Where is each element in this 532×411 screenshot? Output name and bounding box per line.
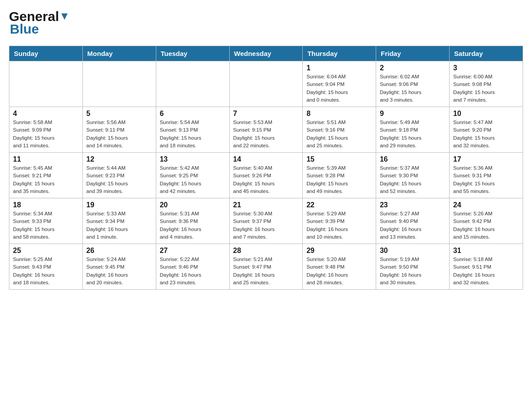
day-info: Sunrise: 5:21 AMSunset: 9:47 PMDaylight:…: [233, 256, 299, 287]
day-number: 18: [13, 201, 79, 209]
calendar-cell: 25Sunrise: 5:25 AMSunset: 9:43 PMDayligh…: [9, 244, 83, 290]
day-info: Sunrise: 5:18 AMSunset: 9:51 PMDaylight:…: [453, 256, 519, 287]
day-number: 8: [306, 110, 372, 118]
day-number: 4: [13, 110, 79, 118]
calendar-cell: 15Sunrise: 5:39 AMSunset: 9:28 PMDayligh…: [303, 153, 376, 198]
day-info: Sunrise: 5:45 AMSunset: 9:21 PMDaylight:…: [13, 164, 79, 195]
day-info: Sunrise: 5:39 AMSunset: 9:28 PMDaylight:…: [306, 164, 372, 195]
day-number: 23: [380, 201, 446, 209]
day-number: 26: [86, 247, 152, 255]
calendar-header-row: SundayMondayTuesdayWednesdayThursdayFrid…: [9, 46, 523, 61]
calendar-day-header-tuesday: Tuesday: [156, 46, 229, 61]
calendar-day-header-sunday: Sunday: [9, 46, 83, 61]
day-number: 30: [380, 247, 446, 255]
day-info: Sunrise: 6:02 AMSunset: 9:06 PMDaylight:…: [380, 73, 446, 104]
calendar-cell: 4Sunrise: 5:58 AMSunset: 9:09 PMDaylight…: [9, 107, 83, 153]
day-number: 12: [86, 155, 152, 163]
calendar-cell: 21Sunrise: 5:30 AMSunset: 9:37 PMDayligh…: [229, 198, 303, 244]
day-info: Sunrise: 5:47 AMSunset: 9:20 PMDaylight:…: [453, 119, 519, 150]
calendar-cell: 22Sunrise: 5:29 AMSunset: 9:39 PMDayligh…: [303, 198, 376, 244]
day-number: 1: [306, 64, 372, 72]
day-info: Sunrise: 5:20 AMSunset: 9:48 PMDaylight:…: [306, 256, 372, 287]
calendar-cell: 31Sunrise: 5:18 AMSunset: 9:51 PMDayligh…: [450, 244, 523, 290]
day-info: Sunrise: 5:24 AMSunset: 9:45 PMDaylight:…: [86, 256, 152, 287]
day-number: 25: [13, 247, 79, 255]
day-number: 2: [380, 64, 446, 72]
calendar-cell: [9, 61, 83, 107]
day-number: 3: [453, 64, 519, 72]
logo-blue: Blue: [10, 21, 39, 36]
calendar-cell: [82, 61, 156, 107]
day-info: Sunrise: 5:19 AMSunset: 9:50 PMDaylight:…: [380, 256, 446, 287]
calendar-cell: 6Sunrise: 5:54 AMSunset: 9:13 PMDaylight…: [156, 107, 229, 153]
calendar-table: SundayMondayTuesdayWednesdayThursdayFrid…: [9, 46, 523, 290]
day-info: Sunrise: 5:36 AMSunset: 9:31 PMDaylight:…: [453, 164, 519, 195]
calendar-cell: 27Sunrise: 5:22 AMSunset: 9:46 PMDayligh…: [156, 244, 229, 290]
day-info: Sunrise: 5:37 AMSunset: 9:30 PMDaylight:…: [380, 164, 446, 195]
day-info: Sunrise: 5:31 AMSunset: 9:36 PMDaylight:…: [160, 210, 226, 241]
day-number: 5: [86, 110, 152, 118]
day-number: 17: [453, 155, 519, 163]
day-number: 14: [233, 155, 299, 163]
page-header: General Blue: [9, 9, 523, 37]
day-number: 19: [86, 201, 152, 209]
calendar-cell: 8Sunrise: 5:51 AMSunset: 9:16 PMDaylight…: [303, 107, 376, 153]
calendar-cell: 26Sunrise: 5:24 AMSunset: 9:45 PMDayligh…: [82, 244, 156, 290]
calendar-day-header-thursday: Thursday: [303, 46, 376, 61]
day-info: Sunrise: 5:42 AMSunset: 9:25 PMDaylight:…: [160, 164, 226, 195]
day-number: 20: [160, 201, 226, 209]
day-number: 31: [453, 247, 519, 255]
day-info: Sunrise: 5:56 AMSunset: 9:11 PMDaylight:…: [86, 119, 152, 150]
calendar-cell: 1Sunrise: 6:04 AMSunset: 9:04 PMDaylight…: [303, 61, 376, 107]
calendar-day-header-monday: Monday: [82, 46, 156, 61]
week-row-2: 4Sunrise: 5:58 AMSunset: 9:09 PMDaylight…: [9, 107, 523, 153]
day-number: 10: [453, 110, 519, 118]
day-info: Sunrise: 5:22 AMSunset: 9:46 PMDaylight:…: [160, 256, 226, 287]
day-info: Sunrise: 5:51 AMSunset: 9:16 PMDaylight:…: [306, 119, 372, 150]
calendar-cell: 18Sunrise: 5:34 AMSunset: 9:33 PMDayligh…: [9, 198, 83, 244]
calendar-cell: [229, 61, 303, 107]
calendar-cell: 7Sunrise: 5:53 AMSunset: 9:15 PMDaylight…: [229, 107, 303, 153]
calendar-cell: [156, 61, 229, 107]
day-info: Sunrise: 5:53 AMSunset: 9:15 PMDaylight:…: [233, 119, 299, 150]
day-number: 29: [306, 247, 372, 255]
calendar-cell: 11Sunrise: 5:45 AMSunset: 9:21 PMDayligh…: [9, 153, 83, 198]
day-info: Sunrise: 5:30 AMSunset: 9:37 PMDaylight:…: [233, 210, 299, 241]
day-number: 16: [380, 155, 446, 163]
day-info: Sunrise: 5:33 AMSunset: 9:34 PMDaylight:…: [86, 210, 152, 241]
day-number: 27: [160, 247, 226, 255]
day-info: Sunrise: 5:26 AMSunset: 9:42 PMDaylight:…: [453, 210, 519, 241]
day-number: 24: [453, 201, 519, 209]
calendar-cell: 2Sunrise: 6:02 AMSunset: 9:06 PMDaylight…: [376, 61, 450, 107]
calendar-cell: 28Sunrise: 5:21 AMSunset: 9:47 PMDayligh…: [229, 244, 303, 290]
day-info: Sunrise: 5:54 AMSunset: 9:13 PMDaylight:…: [160, 119, 226, 150]
svg-marker-0: [61, 13, 68, 20]
day-number: 11: [13, 155, 79, 163]
calendar-cell: 29Sunrise: 5:20 AMSunset: 9:48 PMDayligh…: [303, 244, 376, 290]
day-number: 9: [380, 110, 446, 118]
calendar-cell: 10Sunrise: 5:47 AMSunset: 9:20 PMDayligh…: [450, 107, 523, 153]
calendar-cell: 17Sunrise: 5:36 AMSunset: 9:31 PMDayligh…: [450, 153, 523, 198]
day-info: Sunrise: 5:34 AMSunset: 9:33 PMDaylight:…: [13, 210, 79, 241]
calendar-cell: 12Sunrise: 5:44 AMSunset: 9:23 PMDayligh…: [82, 153, 156, 198]
day-info: Sunrise: 5:49 AMSunset: 9:18 PMDaylight:…: [380, 119, 446, 150]
day-number: 15: [306, 155, 372, 163]
calendar-cell: 3Sunrise: 6:00 AMSunset: 9:08 PMDaylight…: [450, 61, 523, 107]
day-info: Sunrise: 5:40 AMSunset: 9:26 PMDaylight:…: [233, 164, 299, 195]
logo-arrow-icon: [60, 12, 69, 21]
calendar-cell: 14Sunrise: 5:40 AMSunset: 9:26 PMDayligh…: [229, 153, 303, 198]
calendar-cell: 20Sunrise: 5:31 AMSunset: 9:36 PMDayligh…: [156, 198, 229, 244]
calendar-day-header-wednesday: Wednesday: [229, 46, 303, 61]
week-row-3: 11Sunrise: 5:45 AMSunset: 9:21 PMDayligh…: [9, 153, 523, 198]
day-number: 28: [233, 247, 299, 255]
day-info: Sunrise: 5:27 AMSunset: 9:40 PMDaylight:…: [380, 210, 446, 241]
calendar-cell: 30Sunrise: 5:19 AMSunset: 9:50 PMDayligh…: [376, 244, 450, 290]
calendar-cell: 5Sunrise: 5:56 AMSunset: 9:11 PMDaylight…: [82, 107, 156, 153]
week-row-1: 1Sunrise: 6:04 AMSunset: 9:04 PMDaylight…: [9, 61, 523, 107]
calendar-cell: 23Sunrise: 5:27 AMSunset: 9:40 PMDayligh…: [376, 198, 450, 244]
logo: General Blue: [9, 9, 70, 37]
calendar-cell: 16Sunrise: 5:37 AMSunset: 9:30 PMDayligh…: [376, 153, 450, 198]
day-number: 6: [160, 110, 226, 118]
calendar-day-header-friday: Friday: [376, 46, 450, 61]
day-number: 7: [233, 110, 299, 118]
